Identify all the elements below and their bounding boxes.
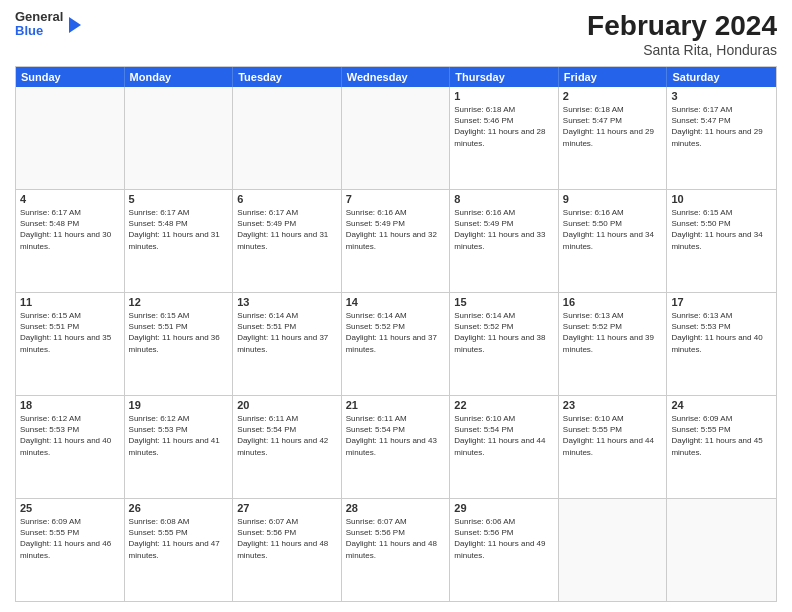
day-number: 9: [563, 193, 663, 205]
day-number: 29: [454, 502, 554, 514]
calendar-cell: 1Sunrise: 6:18 AMSunset: 5:46 PMDaylight…: [450, 87, 559, 189]
calendar-cell: [667, 499, 776, 601]
calendar-cell: 16Sunrise: 6:13 AMSunset: 5:52 PMDayligh…: [559, 293, 668, 395]
calendar-cell: 28Sunrise: 6:07 AMSunset: 5:56 PMDayligh…: [342, 499, 451, 601]
calendar-cell: 14Sunrise: 6:14 AMSunset: 5:52 PMDayligh…: [342, 293, 451, 395]
logo-general: General: [15, 10, 63, 24]
day-info: Sunrise: 6:10 AMSunset: 5:55 PMDaylight:…: [563, 413, 663, 458]
title-block: February 2024 Santa Rita, Honduras: [587, 10, 777, 58]
day-info: Sunrise: 6:17 AMSunset: 5:48 PMDaylight:…: [20, 207, 120, 252]
calendar-cell: 17Sunrise: 6:13 AMSunset: 5:53 PMDayligh…: [667, 293, 776, 395]
day-info: Sunrise: 6:07 AMSunset: 5:56 PMDaylight:…: [346, 516, 446, 561]
day-info: Sunrise: 6:07 AMSunset: 5:56 PMDaylight:…: [237, 516, 337, 561]
calendar-cell: 13Sunrise: 6:14 AMSunset: 5:51 PMDayligh…: [233, 293, 342, 395]
day-number: 1: [454, 90, 554, 102]
header: General Blue February 2024 Santa Rita, H…: [15, 10, 777, 58]
day-number: 26: [129, 502, 229, 514]
day-number: 20: [237, 399, 337, 411]
day-number: 8: [454, 193, 554, 205]
calendar-cell: 22Sunrise: 6:10 AMSunset: 5:54 PMDayligh…: [450, 396, 559, 498]
calendar-row: 4Sunrise: 6:17 AMSunset: 5:48 PMDaylight…: [16, 189, 776, 292]
day-number: 13: [237, 296, 337, 308]
day-info: Sunrise: 6:15 AMSunset: 5:51 PMDaylight:…: [20, 310, 120, 355]
calendar-row: 25Sunrise: 6:09 AMSunset: 5:55 PMDayligh…: [16, 498, 776, 601]
day-number: 22: [454, 399, 554, 411]
calendar-cell: 8Sunrise: 6:16 AMSunset: 5:49 PMDaylight…: [450, 190, 559, 292]
day-info: Sunrise: 6:13 AMSunset: 5:53 PMDaylight:…: [671, 310, 772, 355]
calendar-cell: 21Sunrise: 6:11 AMSunset: 5:54 PMDayligh…: [342, 396, 451, 498]
day-number: 12: [129, 296, 229, 308]
day-number: 4: [20, 193, 120, 205]
day-info: Sunrise: 6:13 AMSunset: 5:52 PMDaylight:…: [563, 310, 663, 355]
calendar-cell: 7Sunrise: 6:16 AMSunset: 5:49 PMDaylight…: [342, 190, 451, 292]
day-number: 5: [129, 193, 229, 205]
weekday-header: Wednesday: [342, 67, 451, 87]
calendar-cell: 2Sunrise: 6:18 AMSunset: 5:47 PMDaylight…: [559, 87, 668, 189]
calendar-cell: 3Sunrise: 6:17 AMSunset: 5:47 PMDaylight…: [667, 87, 776, 189]
day-number: 28: [346, 502, 446, 514]
logo: General Blue: [15, 10, 81, 39]
day-info: Sunrise: 6:17 AMSunset: 5:48 PMDaylight:…: [129, 207, 229, 252]
day-number: 7: [346, 193, 446, 205]
subtitle: Santa Rita, Honduras: [587, 42, 777, 58]
day-number: 18: [20, 399, 120, 411]
weekday-header: Tuesday: [233, 67, 342, 87]
day-info: Sunrise: 6:17 AMSunset: 5:49 PMDaylight:…: [237, 207, 337, 252]
day-info: Sunrise: 6:11 AMSunset: 5:54 PMDaylight:…: [237, 413, 337, 458]
page: General Blue February 2024 Santa Rita, H…: [0, 0, 792, 612]
day-info: Sunrise: 6:09 AMSunset: 5:55 PMDaylight:…: [20, 516, 120, 561]
weekday-header: Friday: [559, 67, 668, 87]
day-info: Sunrise: 6:11 AMSunset: 5:54 PMDaylight:…: [346, 413, 446, 458]
day-info: Sunrise: 6:18 AMSunset: 5:47 PMDaylight:…: [563, 104, 663, 149]
day-number: 19: [129, 399, 229, 411]
day-number: 25: [20, 502, 120, 514]
day-number: 14: [346, 296, 446, 308]
day-number: 15: [454, 296, 554, 308]
day-info: Sunrise: 6:12 AMSunset: 5:53 PMDaylight:…: [129, 413, 229, 458]
day-info: Sunrise: 6:08 AMSunset: 5:55 PMDaylight:…: [129, 516, 229, 561]
day-info: Sunrise: 6:15 AMSunset: 5:51 PMDaylight:…: [129, 310, 229, 355]
day-info: Sunrise: 6:18 AMSunset: 5:46 PMDaylight:…: [454, 104, 554, 149]
calendar-cell: 10Sunrise: 6:15 AMSunset: 5:50 PMDayligh…: [667, 190, 776, 292]
calendar-header: SundayMondayTuesdayWednesdayThursdayFrid…: [16, 67, 776, 87]
calendar-cell: 19Sunrise: 6:12 AMSunset: 5:53 PMDayligh…: [125, 396, 234, 498]
calendar-cell: [125, 87, 234, 189]
calendar-row: 1Sunrise: 6:18 AMSunset: 5:46 PMDaylight…: [16, 87, 776, 189]
calendar-cell: 27Sunrise: 6:07 AMSunset: 5:56 PMDayligh…: [233, 499, 342, 601]
calendar-cell: 6Sunrise: 6:17 AMSunset: 5:49 PMDaylight…: [233, 190, 342, 292]
day-number: 17: [671, 296, 772, 308]
weekday-header: Saturday: [667, 67, 776, 87]
calendar-cell: [16, 87, 125, 189]
calendar-cell: 5Sunrise: 6:17 AMSunset: 5:48 PMDaylight…: [125, 190, 234, 292]
main-title: February 2024: [587, 10, 777, 42]
day-info: Sunrise: 6:14 AMSunset: 5:51 PMDaylight:…: [237, 310, 337, 355]
calendar-cell: 24Sunrise: 6:09 AMSunset: 5:55 PMDayligh…: [667, 396, 776, 498]
calendar-cell: 12Sunrise: 6:15 AMSunset: 5:51 PMDayligh…: [125, 293, 234, 395]
day-info: Sunrise: 6:16 AMSunset: 5:49 PMDaylight:…: [454, 207, 554, 252]
calendar-cell: 9Sunrise: 6:16 AMSunset: 5:50 PMDaylight…: [559, 190, 668, 292]
day-info: Sunrise: 6:09 AMSunset: 5:55 PMDaylight:…: [671, 413, 772, 458]
calendar: SundayMondayTuesdayWednesdayThursdayFrid…: [15, 66, 777, 602]
calendar-cell: 25Sunrise: 6:09 AMSunset: 5:55 PMDayligh…: [16, 499, 125, 601]
day-info: Sunrise: 6:15 AMSunset: 5:50 PMDaylight:…: [671, 207, 772, 252]
calendar-cell: [342, 87, 451, 189]
calendar-cell: 11Sunrise: 6:15 AMSunset: 5:51 PMDayligh…: [16, 293, 125, 395]
calendar-cell: 29Sunrise: 6:06 AMSunset: 5:56 PMDayligh…: [450, 499, 559, 601]
calendar-cell: [559, 499, 668, 601]
calendar-cell: 18Sunrise: 6:12 AMSunset: 5:53 PMDayligh…: [16, 396, 125, 498]
day-number: 11: [20, 296, 120, 308]
calendar-cell: 20Sunrise: 6:11 AMSunset: 5:54 PMDayligh…: [233, 396, 342, 498]
calendar-body: 1Sunrise: 6:18 AMSunset: 5:46 PMDaylight…: [16, 87, 776, 601]
day-number: 23: [563, 399, 663, 411]
day-number: 6: [237, 193, 337, 205]
day-number: 21: [346, 399, 446, 411]
calendar-cell: [233, 87, 342, 189]
calendar-cell: 15Sunrise: 6:14 AMSunset: 5:52 PMDayligh…: [450, 293, 559, 395]
day-info: Sunrise: 6:14 AMSunset: 5:52 PMDaylight:…: [346, 310, 446, 355]
logo-blue: Blue: [15, 24, 63, 38]
calendar-row: 18Sunrise: 6:12 AMSunset: 5:53 PMDayligh…: [16, 395, 776, 498]
logo-text: General Blue: [15, 10, 63, 39]
calendar-row: 11Sunrise: 6:15 AMSunset: 5:51 PMDayligh…: [16, 292, 776, 395]
day-info: Sunrise: 6:16 AMSunset: 5:50 PMDaylight:…: [563, 207, 663, 252]
day-info: Sunrise: 6:17 AMSunset: 5:47 PMDaylight:…: [671, 104, 772, 149]
